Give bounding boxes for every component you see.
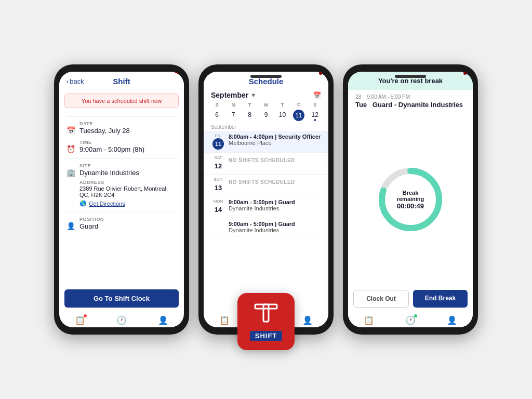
shift-date-sun: SUN 13 <box>211 177 225 193</box>
break-ring-area: Break remaining 00:00:49 <box>348 113 473 286</box>
month-row: September ▼ 📅 <box>204 89 328 101</box>
shift-date-fri: FRI 11 <box>211 134 225 150</box>
back-label[interactable]: back <box>70 77 84 85</box>
time-label: TIME <box>79 140 144 145</box>
date-field-row: 📅 DATE Tuesday, July 28 <box>66 121 177 135</box>
site-value: Dynamite Industries <box>79 169 177 177</box>
break-header: You're on rest break <box>348 72 473 90</box>
position-field-row: 👤 POSITION Guard <box>66 217 177 230</box>
phone1-header: ‹ back Shift <box>59 72 184 89</box>
date-label: DATE <box>79 121 130 126</box>
time-value: 9:00am - 5:00pm (8h) <box>79 145 144 153</box>
break-actions: Clock Out End Break <box>348 286 473 312</box>
phone-notch-3 <box>463 72 467 75</box>
site-field-row: 🏢 SITE Dynamite Industries ADDRESS 2389 … <box>66 163 177 207</box>
shift-date-sat: SAT 12 <box>211 155 225 171</box>
weekday-m: M <box>225 102 241 108</box>
break-ring-label: Break remaining <box>392 190 429 202</box>
bottom-nav-3: 📋 🕐 👤 <box>348 312 473 327</box>
break-ring-time: 00:00:49 <box>392 202 429 210</box>
end-break-button[interactable]: End Break <box>413 290 468 308</box>
shift-date-mon: MON 14 <box>211 199 225 215</box>
break-shift-day: Tue <box>355 101 367 109</box>
day-10[interactable]: 10 <box>274 110 290 121</box>
shift-title: Shift <box>113 77 130 86</box>
break-date-num: 28 <box>355 94 361 100</box>
nav3-schedule-icon[interactable]: 📋 <box>364 315 374 325</box>
nav2-profile-icon[interactable]: 👤 <box>302 315 313 325</box>
week-days-header: S M T W T F S <box>204 101 328 109</box>
week-numbers: 6 7 8 9 10 11 12 <box>204 109 328 122</box>
phone-notch-2 <box>319 72 322 75</box>
position-label: POSITION <box>79 217 104 222</box>
address-label: ADDRESS <box>79 180 177 185</box>
back-button[interactable]: ‹ back <box>66 77 84 85</box>
nav-notification-dot <box>84 314 87 317</box>
building-icon: 🏢 <box>66 168 75 177</box>
shift-sat-12: SAT 12 NO SHIFTS SCHEDULED <box>204 153 328 175</box>
day-7[interactable]: 7 <box>225 110 241 121</box>
day-9[interactable]: 9 <box>258 110 274 121</box>
shift-details: 📅 DATE Tuesday, July 28 ⏰ TIME 9:00am - … <box>59 112 184 287</box>
day-6[interactable]: 6 <box>209 110 225 121</box>
break-title: You're on rest break <box>355 77 466 85</box>
nav-schedule-icon[interactable]: 📋 <box>75 315 85 325</box>
break-time-str: 9:00 AM - 5:00 PM <box>367 94 410 100</box>
calendar-icon: 📅 <box>66 126 75 135</box>
break-shift-info: 28 9:00 AM - 5:00 PM Tue Guard - Dynamit… <box>348 90 473 113</box>
calendar-nav-icon[interactable]: 📅 <box>313 91 321 99</box>
weekday-t1: T <box>242 102 258 108</box>
weekday-s1: S <box>209 102 225 108</box>
nav-clock-icon[interactable]: 🕐 <box>116 315 127 325</box>
svg-rect-3 <box>263 304 269 322</box>
position-value: Guard <box>79 222 104 230</box>
shift-logo-icon <box>253 302 279 329</box>
weekday-f: F <box>290 102 307 108</box>
shift-logo-overlay: SHIFT <box>237 293 295 350</box>
shift-logo-card: SHIFT <box>237 293 295 350</box>
weekday-t2: T <box>274 102 290 108</box>
compass-icon: 🌎 <box>79 200 87 207</box>
shift-logo-text: SHIFT <box>250 331 283 341</box>
nav3-dot <box>414 314 417 317</box>
address-value: 2389 Rue Olivier Robert, Montreal, QC, H… <box>79 185 177 198</box>
break-shift-name: Guard - Dynamite Industries <box>373 101 463 109</box>
shift-fri-11[interactable]: FRI 11 8:00am - 4:00pm | Security Office… <box>204 131 328 153</box>
nav2-schedule-icon[interactable]: 📋 <box>219 315 230 325</box>
shift-alert: You have a scheduled shift now <box>64 94 179 108</box>
day-12[interactable]: 12 <box>307 110 323 121</box>
shift-extra[interactable]: 9:00am - 5:00pm | Guard Dynamite Industr… <box>204 218 328 236</box>
shift-date-extra <box>211 221 225 232</box>
section-september: September <box>204 122 328 131</box>
shifts-list: FRI 11 8:00am - 4:00pm | Security Office… <box>204 131 328 312</box>
day-11[interactable]: 11 <box>293 110 304 121</box>
shift-sun-13: SUN 13 NO SHIFTS SCHEDULED <box>204 175 328 196</box>
weekday-w: W <box>258 102 274 108</box>
nav3-profile-icon[interactable]: 👤 <box>447 315 457 325</box>
go-to-shift-clock-button[interactable]: Go To Shift Clock <box>64 289 179 308</box>
nav-profile-icon[interactable]: 👤 <box>158 315 168 325</box>
app-scene: ‹ back Shift You have a scheduled shift … <box>54 64 478 335</box>
break-ring-text: Break remaining 00:00:49 <box>392 190 429 210</box>
person-icon: 👤 <box>66 222 75 230</box>
nav3-clock-icon[interactable]: 🕐 <box>405 315 416 325</box>
chevron-left-icon: ‹ <box>66 77 69 85</box>
time-field-row: ⏰ TIME 9:00am - 5:00pm (8h) <box>66 140 177 153</box>
weekday-s2: S <box>307 102 323 108</box>
site-label: SITE <box>79 163 177 168</box>
phone-shift: ‹ back Shift You have a scheduled shift … <box>54 64 189 335</box>
break-ring: Break remaining 00:00:49 <box>374 163 447 236</box>
phone-break: You're on rest break 28 9:00 AM - 5:00 P… <box>343 64 478 335</box>
clock-out-button[interactable]: Clock Out <box>353 290 409 308</box>
day-8[interactable]: 8 <box>242 110 258 121</box>
shift-mon-14[interactable]: MON 14 9:00am - 5:00pm | Guard Dynamite … <box>204 196 328 218</box>
schedule-title: Schedule <box>211 77 321 86</box>
get-directions-button[interactable]: 🌎 Get Directions <box>79 200 177 207</box>
clock-icon: ⏰ <box>66 145 75 153</box>
month-selector[interactable]: September ▼ <box>211 91 256 99</box>
bottom-nav-1: 📋 🕐 👤 <box>59 312 184 327</box>
schedule-header: Schedule <box>204 72 328 89</box>
chevron-down-icon: ▼ <box>250 92 256 98</box>
month-label: September <box>211 91 248 99</box>
date-value: Tuesday, July 28 <box>79 127 130 135</box>
